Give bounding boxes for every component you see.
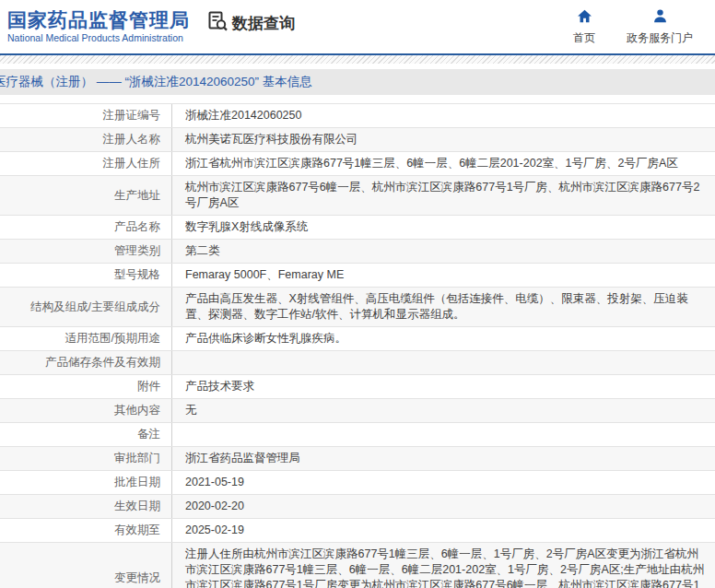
row-value: 数字乳腺X射线成像系统 — [172, 216, 715, 239]
table-row: 审批部门浙江省药品监督管理局 — [0, 447, 715, 471]
row-value: Femaray 5000F、Femaray ME — [172, 264, 715, 287]
table-row: 备注 — [0, 423, 715, 447]
section-title: 数据查询 — [232, 13, 295, 34]
table-row: 有效期至2025-02-19 — [0, 519, 715, 543]
table-row: 注册人名称杭州美诺瓦医疗科技股份有限公司 — [0, 128, 715, 152]
table-row: 结构及组成/主要组成成分产品由高压发生器、X射线管组件、高压电缆组件（包括连接件… — [0, 288, 715, 327]
nav-gov-portal[interactable]: 政务服务门户 — [627, 8, 693, 46]
table-row: 生效日期2020-02-20 — [0, 495, 715, 519]
agency-logo: 国家药品监督管理局 National Medical Products Admi… — [7, 9, 190, 44]
nav-home-label: 首页 — [573, 30, 595, 46]
row-value: 杭州市滨江区滨康路677号6幢一层、杭州市滨江区滨康路677号1号厂房、杭州市滨… — [172, 176, 715, 215]
row-value: 浙械注准20142060250 — [172, 104, 715, 127]
row-value: 产品由高压发生器、X射线管组件、高压电缆组件（包括连接件、电缆）、限束器、投射架… — [172, 288, 715, 326]
agency-title: 国家药品监督管理局 — [7, 9, 190, 31]
table-row: 批准日期2021-05-19 — [0, 471, 715, 495]
data-query-section: 数据查询 — [206, 10, 295, 36]
table-row: 适用范围/预期用途产品供临床诊断女性乳腺疾病。 — [0, 327, 715, 351]
table-row: 型号规格Femaray 5000F、Femaray ME — [0, 264, 715, 288]
row-value: 2025-02-19 — [172, 519, 715, 542]
row-label: 生产地址 — [0, 176, 172, 215]
breadcrumb: 医疗器械（注册） —— “浙械注准20142060250” 基本信息 — [0, 74, 312, 90]
row-label: 产品储存条件及有效期 — [0, 351, 172, 374]
breadcrumb-bar: 医疗器械（注册） —— “浙械注准20142060250” 基本信息 — [0, 69, 715, 95]
document-search-icon — [206, 10, 229, 36]
row-value: 杭州美诺瓦医疗科技股份有限公司 — [172, 128, 715, 151]
row-value — [172, 351, 715, 374]
row-label: 审批部门 — [0, 447, 172, 470]
table-row: 管理类别第二类 — [0, 240, 715, 264]
row-value: 2020-02-20 — [172, 495, 715, 518]
row-value: 第二类 — [172, 240, 715, 263]
nav-gov-portal-label: 政务服务门户 — [627, 30, 693, 46]
agency-subtitle: National Medical Products Administration — [7, 32, 190, 44]
row-label: 适用范围/预期用途 — [0, 327, 172, 350]
row-value: 2021-05-19 — [172, 471, 715, 494]
nav-home[interactable]: 首页 — [573, 8, 595, 46]
home-icon — [577, 8, 592, 28]
row-label: 生效日期 — [0, 495, 172, 518]
row-value: 无 — [172, 399, 715, 422]
row-value: 产品供临床诊断女性乳腺疾病。 — [172, 327, 715, 350]
row-label: 管理类别 — [0, 240, 172, 263]
page-header: 国家药品监督管理局 National Medical Products Admi… — [0, 0, 715, 55]
table-row: 变更情况注册人住所由杭州市滨江区滨康路677号1幢三层、6幢一层、1号厂房、2号… — [0, 543, 715, 588]
top-nav: 首页 政务服务门户 — [573, 8, 693, 46]
row-value: 浙江省杭州市滨江区滨康路677号1幢三层、6幢一层、6幢二层201-202室、1… — [172, 152, 715, 175]
row-label: 型号规格 — [0, 264, 172, 287]
row-label: 结构及组成/主要组成成分 — [0, 288, 172, 326]
row-label: 注册证编号 — [0, 104, 172, 127]
row-label: 批准日期 — [0, 471, 172, 494]
row-label: 有效期至 — [0, 519, 172, 542]
registration-info-table: 注册证编号浙械注准20142060250注册人名称杭州美诺瓦医疗科技股份有限公司… — [0, 103, 715, 588]
row-label: 产品名称 — [0, 216, 172, 239]
table-row: 产品名称数字乳腺X射线成像系统 — [0, 216, 715, 240]
row-label: 注册人住所 — [0, 152, 172, 175]
table-row: 生产地址杭州市滨江区滨康路677号6幢一层、杭州市滨江区滨康路677号1号厂房、… — [0, 176, 715, 216]
row-label: 附件 — [0, 375, 172, 398]
row-value: 产品技术要求 — [172, 375, 715, 398]
table-row: 注册人住所浙江省杭州市滨江区滨康路677号1幢三层、6幢一层、6幢二层201-2… — [0, 152, 715, 176]
table-row: 注册证编号浙械注准20142060250 — [0, 104, 715, 128]
table-row: 其他内容无 — [0, 399, 715, 423]
row-value: 浙江省药品监督管理局 — [172, 447, 715, 470]
row-label: 注册人名称 — [0, 128, 172, 151]
row-label: 变更情况 — [0, 543, 172, 588]
table-row: 产品储存条件及有效期 — [0, 351, 715, 375]
row-value — [172, 423, 715, 446]
row-label: 备注 — [0, 423, 172, 446]
row-value: 注册人住所由杭州市滨江区滨康路677号1幢三层、6幢一层、1号厂房、2号厂房A区… — [172, 543, 715, 588]
user-icon — [652, 8, 668, 28]
hatched-divider — [0, 55, 715, 64]
row-label: 其他内容 — [0, 399, 172, 422]
table-row: 附件产品技术要求 — [0, 375, 715, 399]
